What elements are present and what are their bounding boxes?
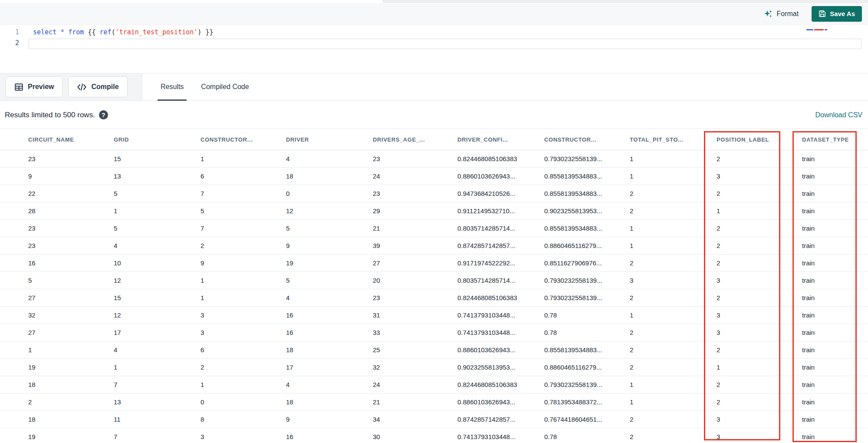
table-cell: 13 xyxy=(114,398,201,406)
table-cell: 31 xyxy=(373,311,457,319)
table-cell: 23 xyxy=(28,242,114,249)
sql-editor[interactable]: 1 2 select * from {{ ref('train_test_pos… xyxy=(0,25,868,73)
table-cell: 0.8860103626943... xyxy=(457,346,544,354)
minimap-code-segment xyxy=(825,29,827,30)
table-cell: 0 xyxy=(286,190,373,197)
table-cell: 7 xyxy=(114,381,201,388)
format-button[interactable]: Format xyxy=(763,9,799,19)
table-cell: 0.8558139534883... xyxy=(544,346,630,354)
sql-keyword: from xyxy=(68,28,84,36)
table-cell: 2 xyxy=(630,346,717,354)
compile-button[interactable]: Compile xyxy=(68,76,127,97)
column-header: CIRCUIT_NAME xyxy=(28,136,114,143)
table-cell: 0.7930232558139... xyxy=(544,381,630,388)
column-header: DRIVER_CONFI... xyxy=(457,136,544,143)
table-cell: 0.9171974522292... xyxy=(457,259,544,267)
column-header: GRID xyxy=(114,136,201,143)
table-cell: 21 xyxy=(373,225,457,232)
table-cell: 1 xyxy=(114,364,201,371)
column-header: TOTAL_PIT_STO... xyxy=(630,136,717,143)
table-cell: 7 xyxy=(201,190,286,197)
table-cell: 23 xyxy=(28,225,114,232)
help-icon[interactable]: ? xyxy=(99,110,108,119)
table-cell: 1 xyxy=(201,294,286,301)
table-grid-icon xyxy=(14,83,23,92)
save-as-button[interactable]: Save As xyxy=(812,6,862,22)
table-cell: 3 xyxy=(201,329,286,336)
table-cell: 0.824468085106383 xyxy=(457,294,544,301)
table-cell: 18 xyxy=(286,346,373,354)
table-cell: 15 xyxy=(114,155,201,162)
code-line-1: select * from {{ ref('train_test_positio… xyxy=(33,27,213,38)
editor-minimap[interactable] xyxy=(806,29,827,30)
tab-results[interactable]: Results xyxy=(161,73,184,100)
save-as-label: Save As xyxy=(830,10,855,17)
download-csv-link[interactable]: Download CSV xyxy=(815,111,863,119)
table-cell: 16 xyxy=(286,433,373,440)
table-cell: 0.7413793103448... xyxy=(457,329,544,336)
table-cell: 2 xyxy=(630,364,717,371)
table-cell: 0.7930232558139... xyxy=(544,294,630,301)
table-cell: 18 xyxy=(286,398,373,406)
table-cell: 2 xyxy=(201,242,286,249)
table-cell: 0.8860465116279... xyxy=(544,242,630,249)
table-cell: 18 xyxy=(28,416,114,423)
table-cell: 16 xyxy=(286,311,373,319)
table-cell: 24 xyxy=(373,381,457,388)
table-cell: 0.8860465116279... xyxy=(544,364,630,371)
table-cell: 32 xyxy=(373,364,457,371)
table-cell: 8 xyxy=(201,416,286,423)
table-cell: 0.8742857142857... xyxy=(457,416,544,423)
table-cell: 1 xyxy=(630,311,717,319)
column-header: CONSTRUCTOR... xyxy=(201,136,286,143)
line-number-1: 1 xyxy=(0,27,19,38)
table-cell: 9 xyxy=(286,242,373,249)
table-cell: 22 xyxy=(28,190,114,197)
table-cell: 0.7930232558139... xyxy=(544,277,630,284)
jinja-brace-close: }} xyxy=(205,28,213,36)
minimap-code-segment xyxy=(814,29,824,30)
table-cell: 12 xyxy=(286,207,373,215)
table-cell: 0.9023255813953... xyxy=(544,207,630,215)
table-cell: 4 xyxy=(114,242,201,249)
table-cell: 12 xyxy=(114,311,201,319)
table-cell: 5 xyxy=(114,190,201,197)
table-cell: 1 xyxy=(201,155,286,162)
line-number-2: 2 xyxy=(0,38,19,49)
minimap-code-segment xyxy=(806,29,813,30)
table-cell: 0.78 xyxy=(544,329,630,336)
table-cell: 9 xyxy=(201,259,286,267)
preview-button[interactable]: Preview xyxy=(6,76,62,97)
table-cell: 1 xyxy=(630,242,717,249)
table-cell: 27 xyxy=(28,294,114,301)
column-header: CONSTRUCTOR... xyxy=(544,136,630,143)
table-cell: 39 xyxy=(373,242,457,249)
format-label: Format xyxy=(777,10,799,18)
results-info-bar: Results limited to 500 rows. ? Download … xyxy=(0,101,868,129)
table-cell: 3 xyxy=(201,311,286,319)
table-cell: 27 xyxy=(373,259,457,267)
table-cell: 5 xyxy=(286,225,373,232)
table-cell: 2 xyxy=(630,294,717,301)
table-cell: 24 xyxy=(373,172,457,180)
table-cell: 4 xyxy=(286,294,373,301)
table-cell: 4 xyxy=(114,346,201,354)
table-cell: 15 xyxy=(114,294,201,301)
table-cell: 0.9023255813953... xyxy=(457,364,544,371)
sql-string: 'train_test_position' xyxy=(115,28,198,36)
table-cell: 0.8558139534883... xyxy=(544,172,630,180)
table-cell: 0.7674418604651... xyxy=(544,416,630,423)
table-cell: 17 xyxy=(114,329,201,336)
table-cell: 19 xyxy=(28,433,114,440)
table-cell: 34 xyxy=(373,416,457,423)
table-cell: 33 xyxy=(373,329,457,336)
jinja-brace-open: {{ xyxy=(88,28,95,36)
tab-compiled-code[interactable]: Compiled Code xyxy=(201,73,249,100)
table-cell: 1 xyxy=(114,207,201,215)
table-cell: 0.9112149532710... xyxy=(457,207,544,215)
table-cell: 19 xyxy=(28,364,114,371)
table-cell: 23 xyxy=(373,294,457,301)
table-cell: 6 xyxy=(201,346,286,354)
table-cell: 23 xyxy=(373,190,457,197)
table-cell: 1 xyxy=(630,398,717,406)
